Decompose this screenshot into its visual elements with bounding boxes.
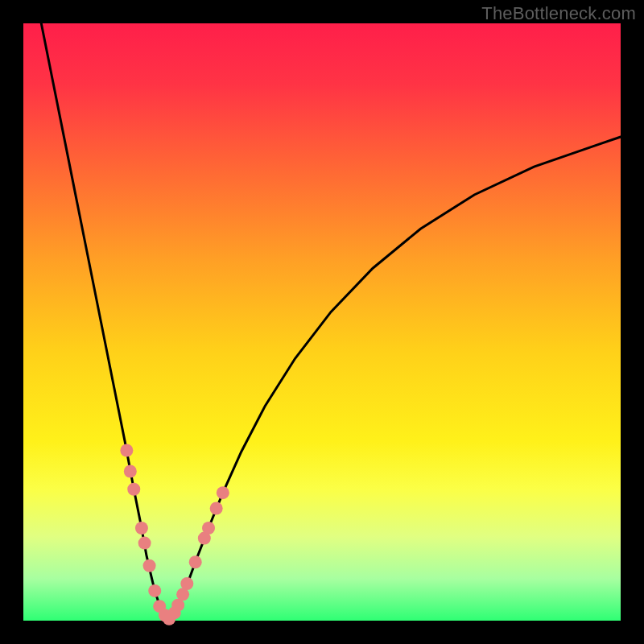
marker-point [148, 584, 161, 597]
chart-frame: TheBottleneck.com [0, 0, 644, 644]
curve-left-branch [41, 23, 169, 620]
marker-point [143, 559, 156, 572]
marker-point [127, 483, 140, 496]
marker-point [189, 555, 202, 568]
marker-point [120, 444, 133, 457]
marker-point [124, 465, 137, 478]
curve-right-branch [169, 137, 621, 620]
marker-point [202, 522, 215, 535]
watermark-text: TheBottleneck.com [481, 3, 636, 24]
marker-point [138, 537, 151, 550]
marker-point [210, 502, 223, 515]
marker-point [180, 577, 193, 590]
curve-layer [23, 23, 621, 621]
marker-point [135, 522, 148, 535]
marker-point [217, 486, 229, 499]
